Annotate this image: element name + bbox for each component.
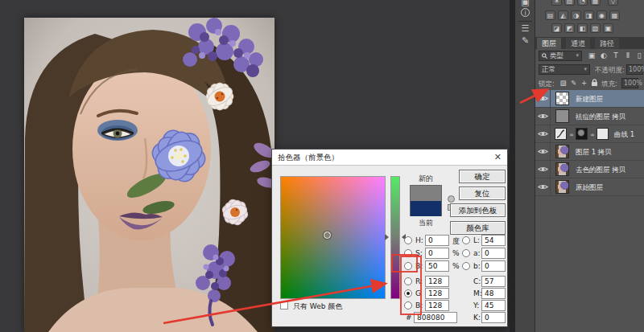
selective-color-icon[interactable]: ▣ xyxy=(603,23,613,33)
filter-smart-objects-icon[interactable]: ▯ xyxy=(634,51,644,60)
black-white-icon[interactable]: ◑ xyxy=(571,10,581,20)
swatch-panel-icon[interactable]: ▣ xyxy=(515,0,535,7)
filter-type-layers-icon[interactable]: T xyxy=(611,51,621,60)
layer-name[interactable]: 祛痘的图层 拷贝 xyxy=(576,113,625,122)
rgb-b-input[interactable]: 128 xyxy=(425,300,449,311)
blend-mode-dropdown[interactable]: 正常 ▾ xyxy=(539,64,590,75)
brightness-contrast-icon[interactable]: ☀ xyxy=(551,0,562,6)
filter-pixel-layers-icon[interactable]: ▣ xyxy=(587,51,597,60)
fill-value[interactable]: 100% xyxy=(621,78,638,88)
tab-layers[interactable]: 图层 xyxy=(537,38,561,49)
exposure-icon[interactable]: ▦ xyxy=(590,0,601,6)
h-input[interactable]: 0 xyxy=(425,235,449,246)
h-radio[interactable] xyxy=(404,236,412,244)
reset-button[interactable]: 复位 xyxy=(459,186,506,200)
layer-row-desaturate-copy[interactable]: 去色的图层 拷贝 xyxy=(535,161,644,178)
only-web-colors-checkbox[interactable] xyxy=(280,301,288,309)
g-input[interactable]: 128 xyxy=(425,288,449,299)
layer-row-heal-copy[interactable]: 祛痘的图层 拷贝 xyxy=(535,108,644,125)
color-balance-icon[interactable]: ◭ xyxy=(558,10,568,20)
visibility-toggle[interactable] xyxy=(535,143,551,161)
b-input[interactable]: 50 xyxy=(425,260,449,272)
filter-shape-layers-icon[interactable]: Ⅱ xyxy=(623,51,633,60)
layer-mask-thumbnail[interactable] xyxy=(576,128,588,140)
a-radio[interactable] xyxy=(462,249,470,257)
filter-adjustment-layers-icon[interactable]: ◐ xyxy=(599,51,609,60)
color-slider[interactable] xyxy=(390,176,400,299)
slider-arrow-left-icon[interactable] xyxy=(385,234,389,240)
s-input[interactable]: 0 xyxy=(425,248,449,259)
layer-thumbnail-photo[interactable] xyxy=(555,180,569,194)
photo-filter-icon[interactable]: ◨ xyxy=(584,10,594,20)
layer-row-original[interactable]: 原始图层 xyxy=(535,178,644,196)
info-panel-icon[interactable]: i xyxy=(515,7,535,18)
l-input[interactable]: 54 xyxy=(481,235,506,246)
color-field-marker[interactable] xyxy=(324,232,331,239)
filter-kind-dropdown[interactable]: 类型 ▾ xyxy=(539,51,582,61)
layer-thumbnail-gray[interactable] xyxy=(555,109,569,123)
opacity-value[interactable]: 100% xyxy=(626,64,643,75)
lock-position-icon[interactable]: + xyxy=(580,79,588,88)
layer-thumbnail-transparent[interactable] xyxy=(555,92,569,105)
color-field[interactable] xyxy=(280,176,386,299)
layer-row-curves[interactable]: ∞ ∞ 曲线 1 xyxy=(535,125,644,143)
layer-name[interactable]: 原始图层 xyxy=(576,183,603,193)
lab-b-radio[interactable] xyxy=(462,262,470,270)
visibility-toggle[interactable] xyxy=(535,125,551,143)
r-input[interactable]: 128 xyxy=(425,276,449,287)
visibility-toggle[interactable] xyxy=(535,90,551,108)
gradient-map-icon[interactable]: ▧ xyxy=(590,23,601,33)
hue-saturation-icon[interactable]: ▤ xyxy=(545,10,555,20)
invert-icon[interactable]: ◪ xyxy=(551,23,562,33)
g-label: G xyxy=(415,289,421,297)
link-icon: ∞ xyxy=(590,132,595,138)
posterize-icon[interactable]: ◩ xyxy=(564,23,575,33)
vibrance-icon[interactable]: ▽ xyxy=(608,0,618,6)
lock-pixels-icon[interactable]: ✎ xyxy=(569,79,578,88)
layer-name[interactable]: 图层 1 拷贝 xyxy=(576,148,612,158)
layer-row-layer1-copy[interactable]: 图层 1 拷贝 xyxy=(535,143,644,161)
vector-mask-thumbnail[interactable] xyxy=(597,128,609,140)
lab-b-input[interactable]: 0 xyxy=(481,260,506,272)
properties-panel-icon[interactable]: ☰ xyxy=(515,23,535,34)
tab-paths[interactable]: 路径 xyxy=(595,38,619,49)
lock-transparency-icon[interactable]: ▨ xyxy=(559,79,568,88)
levels-icon[interactable]: ▤ xyxy=(564,0,575,6)
s-radio[interactable] xyxy=(404,249,412,257)
r-radio[interactable] xyxy=(404,277,412,285)
gamut-warning-icon[interactable] xyxy=(448,195,455,203)
ok-button[interactable]: 确定 xyxy=(459,170,506,183)
brush-panel-icon[interactable]: ✎ xyxy=(515,35,535,46)
layer-thumbnail-photo[interactable] xyxy=(555,162,569,176)
c-input[interactable]: 57 xyxy=(481,276,506,287)
layer-name[interactable]: 去色的图层 拷贝 xyxy=(576,166,625,175)
visibility-toggle[interactable] xyxy=(535,108,551,125)
b-brightness-radio[interactable] xyxy=(404,262,412,270)
visibility-toggle[interactable] xyxy=(535,178,551,196)
color-lookup-icon[interactable]: ▦ xyxy=(609,10,620,20)
layer-row-new-layer[interactable]: 新建图层 xyxy=(535,90,644,108)
lock-all-icon[interactable] xyxy=(590,79,599,88)
a-input[interactable]: 0 xyxy=(481,248,506,259)
threshold-icon[interactable]: ◧ xyxy=(577,23,588,33)
hex-input[interactable]: 808080 xyxy=(414,312,457,323)
m-input[interactable]: 48 xyxy=(481,288,506,299)
add-to-swatches-button[interactable]: 添加到色板 xyxy=(450,203,506,217)
g-radio-selected[interactable] xyxy=(404,289,412,297)
visibility-toggle[interactable] xyxy=(535,161,551,178)
layer-thumbnail-photo[interactable] xyxy=(555,145,569,158)
layer-name[interactable]: 新建图层 xyxy=(576,95,603,105)
color-libraries-button[interactable]: 颜色库 xyxy=(450,221,506,235)
k-input[interactable]: 0 xyxy=(481,312,506,323)
y-input[interactable]: 45 xyxy=(481,300,506,311)
curves-icon[interactable]: ◔ xyxy=(577,0,588,6)
tab-channels[interactable]: 通道 xyxy=(566,38,590,49)
dialog-title: 拾色器（前景色） xyxy=(272,150,507,166)
l-radio[interactable] xyxy=(462,236,470,244)
layer-name[interactable]: 曲线 1 xyxy=(614,130,634,140)
rgb-b-radio[interactable] xyxy=(404,301,412,309)
hex-label: # xyxy=(406,314,412,322)
curves-adjustment-thumbnail[interactable] xyxy=(555,128,567,140)
close-icon[interactable]: ✕ xyxy=(494,150,502,166)
channel-mixer-icon[interactable]: ◉ xyxy=(597,10,607,20)
